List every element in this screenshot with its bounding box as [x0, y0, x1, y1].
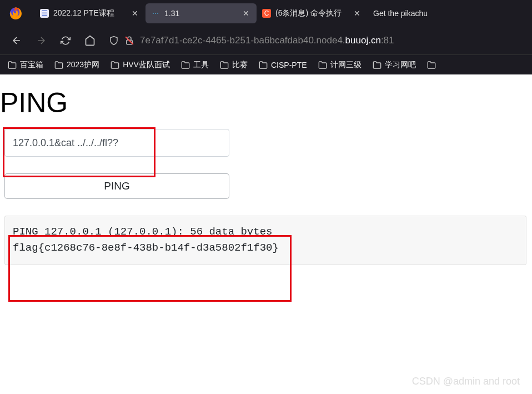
tab-title-1: 1.31 [164, 9, 237, 18]
url-text: 7e7af7d1-ce2c-4465-b251-ba6bcafdab40.nod… [140, 35, 394, 46]
url-host: buuoj.cn [345, 35, 381, 46]
ping-button[interactable]: PING [4, 173, 229, 199]
folder-icon [373, 61, 382, 69]
tab-2[interactable]: C (6条消息) 命令执行 ✕ [257, 3, 368, 23]
tab-favicon-1: ⋯ [151, 9, 160, 18]
ping-input-wrap [4, 129, 229, 157]
ping-output: PING 127.0.0.1 (127.0.0.1): 56 data byte… [4, 216, 526, 265]
folder-icon [318, 61, 327, 69]
bookmarks-bar: 百宝箱 2023护网 HVV蓝队面试 工具 比赛 CISP-PTE 计网三级 [0, 54, 532, 74]
bookmark-4[interactable]: 比赛 [220, 60, 248, 70]
url-prefix: 7e7af7d1-ce2c-4465-b251-ba6bcafdab40.nod… [140, 35, 345, 46]
folder-icon [181, 61, 190, 69]
tab-1[interactable]: ⋯ 1.31 ✕ [145, 3, 257, 23]
back-button[interactable] [8, 32, 26, 49]
output-line-1: PING 127.0.0.1 (127.0.0.1): 56 data byte… [13, 224, 518, 240]
home-button[interactable] [81, 32, 99, 49]
ping-input[interactable] [4, 129, 229, 157]
bookmark-7[interactable]: 学习网吧 [373, 60, 416, 70]
lock-insecure-icon[interactable] [124, 36, 134, 46]
reload-button[interactable] [57, 32, 74, 49]
tab-favicon-0: ☰ [40, 9, 49, 18]
bookmark-label: CISP-PTE [271, 61, 307, 69]
folder-icon [54, 61, 63, 69]
forward-button[interactable] [32, 32, 50, 49]
bookmark-overflow[interactable] [427, 61, 436, 69]
url-bar[interactable]: 7e7af7d1-ce2c-4465-b251-ba6bcafdab40.nod… [106, 31, 524, 51]
page-content: PING PING PING 127.0.0.1 (127.0.0.1): 56… [0, 74, 532, 265]
tab-title-2: (6条消息) 命令执行 [275, 8, 348, 18]
tab-title-0: 2022.12 PTE课程 [53, 8, 126, 18]
toolbar: 7e7af7d1-ce2c-4465-b251-ba6bcafdab40.nod… [0, 27, 532, 54]
bookmark-label: 工具 [193, 60, 209, 70]
url-port: :81 [381, 35, 394, 46]
url-security-icons [109, 36, 134, 46]
tab-close-2[interactable]: ✕ [352, 8, 362, 18]
bookmark-3[interactable]: 工具 [181, 60, 209, 70]
bookmark-1[interactable]: 2023护网 [54, 60, 99, 70]
bookmark-label: 计网三级 [330, 60, 362, 70]
bookmark-label: HVV蓝队面试 [123, 60, 170, 70]
folder-icon [427, 61, 436, 69]
output-line-2: flag{c1268c76-8e8f-438b-b14f-d3a5802f1f3… [13, 240, 518, 256]
page-title: PING [0, 87, 532, 119]
bookmark-5[interactable]: CISP-PTE [259, 61, 307, 69]
tab-favicon-2: C [262, 9, 271, 18]
bookmark-label: 2023护网 [67, 60, 99, 70]
folder-icon [220, 61, 229, 69]
bookmark-2[interactable]: HVV蓝队面试 [111, 60, 170, 70]
tab-3[interactable]: Get the pikachu [368, 3, 451, 23]
tab-strip: ☰ 2022.12 PTE课程 ✕ ⋯ 1.31 ✕ C (6条消息) 命令执行… [0, 0, 532, 27]
tab-0[interactable]: ☰ 2022.12 PTE课程 ✕ [34, 3, 145, 23]
watermark: CSDN @admin and root [412, 376, 520, 387]
shield-icon[interactable] [109, 36, 119, 46]
tab-close-0[interactable]: ✕ [130, 8, 140, 18]
bookmark-label: 学习网吧 [385, 60, 416, 70]
tab-close-1[interactable]: ✕ [241, 8, 251, 18]
tab-title-3: Get the pikachu [373, 9, 445, 18]
folder-icon [111, 61, 119, 69]
folder-icon [259, 61, 268, 69]
bookmark-label: 百宝箱 [20, 60, 43, 70]
browser-chrome: ☰ 2022.12 PTE课程 ✕ ⋯ 1.31 ✕ C (6条消息) 命令执行… [0, 0, 532, 74]
firefox-icon[interactable] [8, 6, 23, 21]
folder-icon [8, 61, 17, 69]
bookmark-6[interactable]: 计网三级 [318, 60, 362, 70]
bookmark-label: 比赛 [232, 60, 248, 70]
bookmark-0[interactable]: 百宝箱 [8, 60, 43, 70]
